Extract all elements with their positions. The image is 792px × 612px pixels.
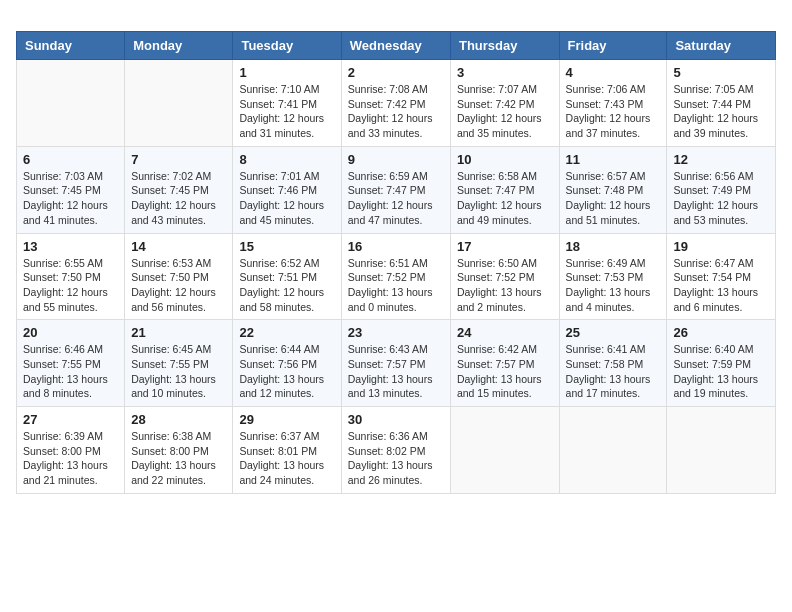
cell-content: Sunrise: 6:36 AM Sunset: 8:02 PM Dayligh… xyxy=(348,429,444,488)
day-number: 26 xyxy=(673,325,769,340)
calendar-header-row: SundayMondayTuesdayWednesdayThursdayFrid… xyxy=(17,32,776,60)
calendar-cell: 2Sunrise: 7:08 AM Sunset: 7:42 PM Daylig… xyxy=(341,60,450,147)
cell-content: Sunrise: 6:40 AM Sunset: 7:59 PM Dayligh… xyxy=(673,342,769,401)
calendar-cell: 7Sunrise: 7:02 AM Sunset: 7:45 PM Daylig… xyxy=(125,146,233,233)
day-number: 12 xyxy=(673,152,769,167)
header-monday: Monday xyxy=(125,32,233,60)
calendar-cell xyxy=(17,60,125,147)
calendar-cell: 9Sunrise: 6:59 AM Sunset: 7:47 PM Daylig… xyxy=(341,146,450,233)
cell-content: Sunrise: 6:49 AM Sunset: 7:53 PM Dayligh… xyxy=(566,256,661,315)
calendar-cell: 3Sunrise: 7:07 AM Sunset: 7:42 PM Daylig… xyxy=(450,60,559,147)
day-number: 2 xyxy=(348,65,444,80)
cell-content: Sunrise: 7:01 AM Sunset: 7:46 PM Dayligh… xyxy=(239,169,334,228)
cell-content: Sunrise: 6:50 AM Sunset: 7:52 PM Dayligh… xyxy=(457,256,553,315)
header-thursday: Thursday xyxy=(450,32,559,60)
day-number: 27 xyxy=(23,412,118,427)
calendar-cell: 8Sunrise: 7:01 AM Sunset: 7:46 PM Daylig… xyxy=(233,146,341,233)
cell-content: Sunrise: 6:42 AM Sunset: 7:57 PM Dayligh… xyxy=(457,342,553,401)
cell-content: Sunrise: 6:38 AM Sunset: 8:00 PM Dayligh… xyxy=(131,429,226,488)
cell-content: Sunrise: 7:06 AM Sunset: 7:43 PM Dayligh… xyxy=(566,82,661,141)
header-friday: Friday xyxy=(559,32,667,60)
day-number: 7 xyxy=(131,152,226,167)
calendar-cell xyxy=(125,60,233,147)
day-number: 18 xyxy=(566,239,661,254)
calendar-cell: 14Sunrise: 6:53 AM Sunset: 7:50 PM Dayli… xyxy=(125,233,233,320)
calendar-cell: 30Sunrise: 6:36 AM Sunset: 8:02 PM Dayli… xyxy=(341,407,450,494)
cell-content: Sunrise: 7:05 AM Sunset: 7:44 PM Dayligh… xyxy=(673,82,769,141)
day-number: 6 xyxy=(23,152,118,167)
calendar-cell: 6Sunrise: 7:03 AM Sunset: 7:45 PM Daylig… xyxy=(17,146,125,233)
cell-content: Sunrise: 6:37 AM Sunset: 8:01 PM Dayligh… xyxy=(239,429,334,488)
cell-content: Sunrise: 6:52 AM Sunset: 7:51 PM Dayligh… xyxy=(239,256,334,315)
calendar-cell xyxy=(559,407,667,494)
header-tuesday: Tuesday xyxy=(233,32,341,60)
calendar-cell: 20Sunrise: 6:46 AM Sunset: 7:55 PM Dayli… xyxy=(17,320,125,407)
day-number: 5 xyxy=(673,65,769,80)
day-number: 14 xyxy=(131,239,226,254)
cell-content: Sunrise: 6:51 AM Sunset: 7:52 PM Dayligh… xyxy=(348,256,444,315)
calendar-cell: 13Sunrise: 6:55 AM Sunset: 7:50 PM Dayli… xyxy=(17,233,125,320)
calendar-cell: 23Sunrise: 6:43 AM Sunset: 7:57 PM Dayli… xyxy=(341,320,450,407)
calendar-cell: 27Sunrise: 6:39 AM Sunset: 8:00 PM Dayli… xyxy=(17,407,125,494)
day-number: 20 xyxy=(23,325,118,340)
day-number: 21 xyxy=(131,325,226,340)
cell-content: Sunrise: 6:44 AM Sunset: 7:56 PM Dayligh… xyxy=(239,342,334,401)
cell-content: Sunrise: 7:03 AM Sunset: 7:45 PM Dayligh… xyxy=(23,169,118,228)
calendar-cell: 18Sunrise: 6:49 AM Sunset: 7:53 PM Dayli… xyxy=(559,233,667,320)
cell-content: Sunrise: 6:47 AM Sunset: 7:54 PM Dayligh… xyxy=(673,256,769,315)
calendar-cell: 16Sunrise: 6:51 AM Sunset: 7:52 PM Dayli… xyxy=(341,233,450,320)
calendar-cell: 29Sunrise: 6:37 AM Sunset: 8:01 PM Dayli… xyxy=(233,407,341,494)
cell-content: Sunrise: 6:55 AM Sunset: 7:50 PM Dayligh… xyxy=(23,256,118,315)
calendar-cell: 5Sunrise: 7:05 AM Sunset: 7:44 PM Daylig… xyxy=(667,60,776,147)
calendar-cell xyxy=(667,407,776,494)
day-number: 28 xyxy=(131,412,226,427)
cell-content: Sunrise: 7:02 AM Sunset: 7:45 PM Dayligh… xyxy=(131,169,226,228)
day-number: 11 xyxy=(566,152,661,167)
day-number: 29 xyxy=(239,412,334,427)
day-number: 23 xyxy=(348,325,444,340)
cell-content: Sunrise: 6:56 AM Sunset: 7:49 PM Dayligh… xyxy=(673,169,769,228)
day-number: 10 xyxy=(457,152,553,167)
cell-content: Sunrise: 6:39 AM Sunset: 8:00 PM Dayligh… xyxy=(23,429,118,488)
cell-content: Sunrise: 7:08 AM Sunset: 7:42 PM Dayligh… xyxy=(348,82,444,141)
day-number: 3 xyxy=(457,65,553,80)
day-number: 1 xyxy=(239,65,334,80)
cell-content: Sunrise: 6:53 AM Sunset: 7:50 PM Dayligh… xyxy=(131,256,226,315)
day-number: 13 xyxy=(23,239,118,254)
day-number: 24 xyxy=(457,325,553,340)
cell-content: Sunrise: 6:41 AM Sunset: 7:58 PM Dayligh… xyxy=(566,342,661,401)
calendar: SundayMondayTuesdayWednesdayThursdayFrid… xyxy=(16,31,776,494)
calendar-cell: 1Sunrise: 7:10 AM Sunset: 7:41 PM Daylig… xyxy=(233,60,341,147)
cell-content: Sunrise: 6:45 AM Sunset: 7:55 PM Dayligh… xyxy=(131,342,226,401)
day-number: 17 xyxy=(457,239,553,254)
header xyxy=(16,16,776,21)
cell-content: Sunrise: 7:10 AM Sunset: 7:41 PM Dayligh… xyxy=(239,82,334,141)
header-sunday: Sunday xyxy=(17,32,125,60)
day-number: 25 xyxy=(566,325,661,340)
calendar-week-5: 27Sunrise: 6:39 AM Sunset: 8:00 PM Dayli… xyxy=(17,407,776,494)
day-number: 19 xyxy=(673,239,769,254)
calendar-cell: 4Sunrise: 7:06 AM Sunset: 7:43 PM Daylig… xyxy=(559,60,667,147)
calendar-cell xyxy=(450,407,559,494)
calendar-cell: 17Sunrise: 6:50 AM Sunset: 7:52 PM Dayli… xyxy=(450,233,559,320)
day-number: 4 xyxy=(566,65,661,80)
calendar-cell: 21Sunrise: 6:45 AM Sunset: 7:55 PM Dayli… xyxy=(125,320,233,407)
calendar-cell: 25Sunrise: 6:41 AM Sunset: 7:58 PM Dayli… xyxy=(559,320,667,407)
header-saturday: Saturday xyxy=(667,32,776,60)
calendar-week-3: 13Sunrise: 6:55 AM Sunset: 7:50 PM Dayli… xyxy=(17,233,776,320)
cell-content: Sunrise: 6:57 AM Sunset: 7:48 PM Dayligh… xyxy=(566,169,661,228)
calendar-cell: 24Sunrise: 6:42 AM Sunset: 7:57 PM Dayli… xyxy=(450,320,559,407)
cell-content: Sunrise: 6:43 AM Sunset: 7:57 PM Dayligh… xyxy=(348,342,444,401)
day-number: 15 xyxy=(239,239,334,254)
calendar-week-1: 1Sunrise: 7:10 AM Sunset: 7:41 PM Daylig… xyxy=(17,60,776,147)
day-number: 8 xyxy=(239,152,334,167)
day-number: 22 xyxy=(239,325,334,340)
cell-content: Sunrise: 6:46 AM Sunset: 7:55 PM Dayligh… xyxy=(23,342,118,401)
calendar-cell: 12Sunrise: 6:56 AM Sunset: 7:49 PM Dayli… xyxy=(667,146,776,233)
day-number: 16 xyxy=(348,239,444,254)
calendar-cell: 26Sunrise: 6:40 AM Sunset: 7:59 PM Dayli… xyxy=(667,320,776,407)
cell-content: Sunrise: 6:58 AM Sunset: 7:47 PM Dayligh… xyxy=(457,169,553,228)
header-wednesday: Wednesday xyxy=(341,32,450,60)
cell-content: Sunrise: 7:07 AM Sunset: 7:42 PM Dayligh… xyxy=(457,82,553,141)
cell-content: Sunrise: 6:59 AM Sunset: 7:47 PM Dayligh… xyxy=(348,169,444,228)
